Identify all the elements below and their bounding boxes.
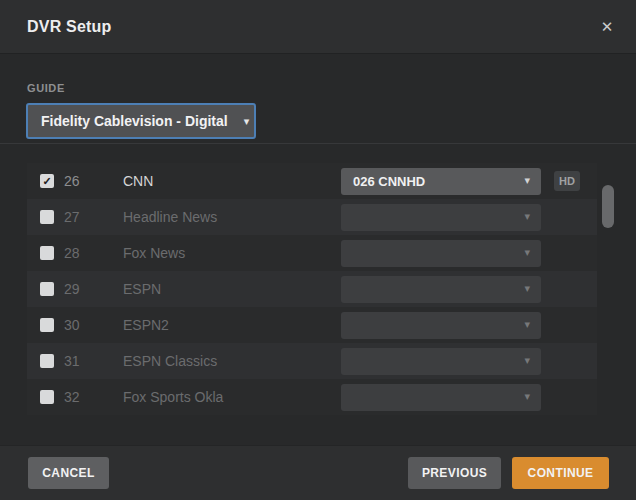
guide-select[interactable]: Fidelity Cablevision - Digital ▾ <box>26 103 256 139</box>
channel-mapping-select[interactable]: ▾ <box>341 276 541 303</box>
channel-mapping-select[interactable]: ▾ <box>341 348 541 375</box>
channel-mapping-select[interactable]: ▾ <box>341 240 541 267</box>
channel-checkbox[interactable] <box>40 390 54 404</box>
dialog-footer: CANCEL PREVIOUS CONTINUE <box>0 445 636 500</box>
channel-name: ESPN <box>123 281 341 297</box>
channel-name: Fox News <box>123 245 341 261</box>
channel-checkbox[interactable] <box>40 318 54 332</box>
channel-row: ✓ 26 CNN 026 CNNHD ▾ HD <box>27 163 597 199</box>
channel-mapping-select[interactable]: ▾ <box>341 384 541 411</box>
chevron-down-icon: ▾ <box>524 390 530 403</box>
close-button[interactable]: ✕ <box>595 0 619 53</box>
chevron-down-icon: ▾ <box>524 318 530 331</box>
channel-row: 32 Fox Sports Okla ▾ HD <box>27 379 597 415</box>
previous-button[interactable]: PREVIOUS <box>408 457 501 489</box>
channel-checkbox[interactable] <box>40 210 54 224</box>
close-icon: ✕ <box>601 18 614 36</box>
channel-checkbox[interactable] <box>40 246 54 260</box>
channel-row: 31 ESPN Classics ▾ HD <box>27 343 597 379</box>
channel-row: 27 Headline News ▾ HD <box>27 199 597 235</box>
channel-mapping-select[interactable]: ▾ <box>341 204 541 231</box>
channel-row: 30 ESPN2 ▾ HD <box>27 307 597 343</box>
page-title: DVR Setup <box>27 0 111 53</box>
chevron-down-icon: ▾ <box>524 282 530 295</box>
channel-number: 31 <box>64 353 104 369</box>
chevron-down-icon: ▾ <box>524 246 530 259</box>
table-top-divider <box>0 143 636 144</box>
channel-number: 28 <box>64 245 104 261</box>
scrollbar-thumb[interactable] <box>602 185 614 228</box>
chevron-down-icon: ▾ <box>244 115 250 128</box>
channel-name: ESPN Classics <box>123 353 341 369</box>
channel-name: CNN <box>123 173 341 189</box>
guide-label: GUIDE <box>27 82 65 94</box>
channel-checkbox[interactable] <box>40 354 54 368</box>
cancel-button[interactable]: CANCEL <box>28 457 109 489</box>
channel-name: Headline News <box>123 209 341 225</box>
channel-number: 26 <box>64 173 104 189</box>
channel-checkbox[interactable] <box>40 282 54 296</box>
channel-row: 28 Fox News ▾ HD <box>27 235 597 271</box>
chevron-down-icon: ▾ <box>524 354 530 367</box>
continue-button[interactable]: CONTINUE <box>512 457 609 489</box>
channel-row: 29 ESPN ▾ HD <box>27 271 597 307</box>
channel-mapping-select[interactable]: ▾ <box>341 312 541 339</box>
chevron-down-icon: ▾ <box>524 174 530 187</box>
channel-mapping-value: 026 CNNHD <box>353 174 425 189</box>
chevron-down-icon: ▾ <box>524 210 530 223</box>
channel-list: ✓ 26 CNN 026 CNNHD ▾ HD 27 Headline News… <box>27 163 597 415</box>
guide-select-value: Fidelity Cablevision - Digital <box>41 113 228 129</box>
channel-number: 30 <box>64 317 104 333</box>
channel-name: Fox Sports Okla <box>123 389 341 405</box>
channel-number: 27 <box>64 209 104 225</box>
channel-mapping-select[interactable]: 026 CNNHD ▾ <box>341 168 541 195</box>
dialog-header: DVR Setup ✕ <box>0 0 636 54</box>
hd-badge: HD <box>554 171 580 191</box>
channel-number: 29 <box>64 281 104 297</box>
channel-number: 32 <box>64 389 104 405</box>
dvr-setup-dialog: DVR Setup ✕ GUIDE Fidelity Cablevision -… <box>0 0 636 500</box>
channel-name: ESPN2 <box>123 317 341 333</box>
channel-checkbox[interactable]: ✓ <box>40 174 54 188</box>
